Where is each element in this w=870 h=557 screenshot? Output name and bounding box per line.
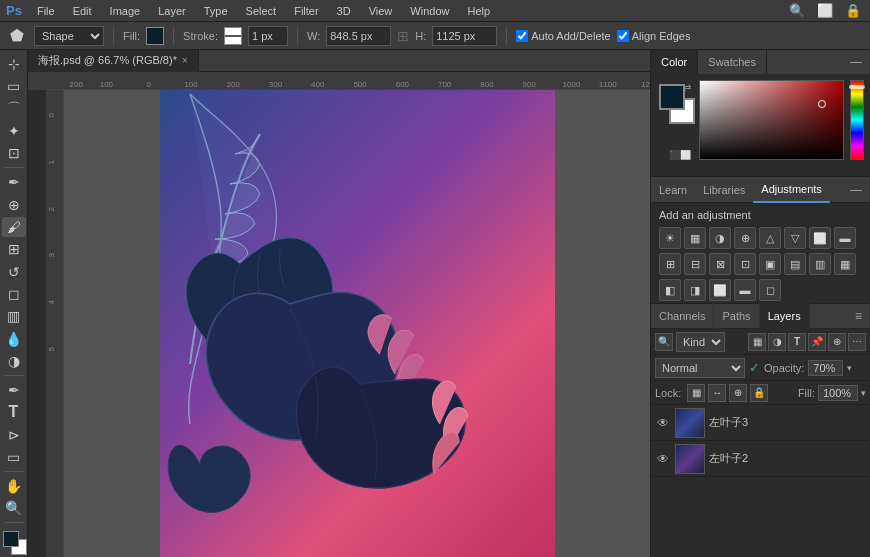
adj-selective-color[interactable]: ▦: [834, 253, 856, 275]
lock-image-btn[interactable]: ↔: [708, 384, 726, 402]
layer-item-1[interactable]: 👁 左叶子3: [651, 405, 870, 441]
foreground-color[interactable]: [3, 531, 19, 547]
blend-mode-select[interactable]: Normal: [655, 358, 745, 378]
filter-type-icon[interactable]: 🔍: [655, 333, 673, 351]
canvas-viewport[interactable]: [64, 90, 650, 557]
layer-opt-type[interactable]: T: [788, 333, 806, 351]
menu-edit[interactable]: Edit: [70, 5, 95, 17]
layer-name-2[interactable]: 左叶子2: [709, 451, 866, 466]
layer-opt-shape[interactable]: 📌: [808, 333, 826, 351]
adj-extra2[interactable]: ◨: [684, 279, 706, 301]
tab-color[interactable]: Color: [651, 50, 698, 74]
auto-add-delete-checkbox[interactable]: [516, 30, 528, 42]
tab-layers[interactable]: Layers: [760, 303, 810, 329]
layer-visibility-2[interactable]: 👁: [655, 451, 671, 467]
layers-panel-menu[interactable]: ≡: [851, 309, 866, 323]
screen-mode-button[interactable]: ⬜: [814, 0, 836, 22]
fg-bg-color-widget[interactable]: [1, 529, 27, 553]
menu-window[interactable]: Window: [407, 5, 452, 17]
menu-filter[interactable]: Filter: [291, 5, 321, 17]
layer-name-1[interactable]: 左叶子3: [709, 415, 866, 430]
tab-channels[interactable]: Channels: [651, 303, 714, 329]
fg-swatch[interactable]: [659, 84, 685, 110]
adj-exposure[interactable]: ⊕: [734, 227, 756, 249]
pen-tool[interactable]: ✒: [2, 380, 26, 400]
type-tool[interactable]: T: [2, 402, 26, 422]
gradient-tool[interactable]: ▥: [2, 306, 26, 326]
layer-opt-pixel[interactable]: ▦: [748, 333, 766, 351]
height-input[interactable]: 1125 px: [432, 26, 497, 46]
brush-tool[interactable]: 🖌: [2, 217, 26, 237]
adj-posterize[interactable]: ▣: [759, 253, 781, 275]
adj-extra4[interactable]: ▬: [734, 279, 756, 301]
selection-tool[interactable]: ▭: [2, 76, 26, 96]
color-picker-cursor[interactable]: [818, 100, 826, 108]
adj-channel-mixer[interactable]: ⊟: [684, 253, 706, 275]
default-colors-icon[interactable]: ⬛⬜: [669, 150, 691, 160]
ps-logo[interactable]: Ps: [6, 3, 22, 18]
lock-position-btn[interactable]: ⊕: [729, 384, 747, 402]
color-panel-collapse[interactable]: —: [846, 55, 866, 69]
tab-swatches[interactable]: Swatches: [698, 50, 767, 74]
menu-layer[interactable]: Layer: [155, 5, 189, 17]
eyedropper-tool[interactable]: ✒: [2, 172, 26, 192]
canvas-tab[interactable]: 海报.psd @ 66.7% (RGB/8)* ×: [28, 50, 199, 72]
menu-3d[interactable]: 3D: [334, 5, 354, 17]
adj-extra1[interactable]: ◧: [659, 279, 681, 301]
adj-panel-collapse[interactable]: —: [846, 183, 866, 197]
zoom-tool[interactable]: 🔍: [2, 498, 26, 518]
layer-opt-more[interactable]: ⋯: [848, 333, 866, 351]
layer-opt-smart[interactable]: ⊕: [828, 333, 846, 351]
menu-help[interactable]: Help: [464, 5, 493, 17]
color-picker-area[interactable]: [699, 80, 844, 170]
crop-tool[interactable]: ⊡: [2, 143, 26, 163]
adj-photo-filter[interactable]: ⊞: [659, 253, 681, 275]
menu-view[interactable]: View: [366, 5, 396, 17]
healing-tool[interactable]: ⊕: [2, 195, 26, 215]
adj-hue-sat[interactable]: ▽: [784, 227, 806, 249]
fill-value[interactable]: 100%: [818, 385, 858, 401]
blur-tool[interactable]: 💧: [2, 328, 26, 348]
stroke-width-input[interactable]: 1 px: [248, 26, 288, 46]
layer-opt-adjust[interactable]: ◑: [768, 333, 786, 351]
lasso-tool[interactable]: ⌒: [2, 99, 26, 119]
quick-select-tool[interactable]: ✦: [2, 121, 26, 141]
align-edges-checkbox[interactable]: [617, 30, 629, 42]
tool-options-icon[interactable]: ⬟: [6, 25, 28, 47]
fg-bg-swatch[interactable]: ⬛⬜ ⇄: [657, 80, 693, 170]
shape-tool[interactable]: ▭: [2, 447, 26, 467]
stroke-color-box[interactable]: [224, 27, 242, 45]
close-tab-icon[interactable]: ×: [182, 55, 188, 66]
layer-kind-select[interactable]: Kind: [676, 332, 725, 352]
stamp-tool[interactable]: ⊞: [2, 239, 26, 259]
dodge-tool[interactable]: ◑: [2, 351, 26, 371]
adj-extra5[interactable]: ◻: [759, 279, 781, 301]
eraser-tool[interactable]: ◻: [2, 284, 26, 304]
adj-vibrance[interactable]: △: [759, 227, 781, 249]
path-select-tool[interactable]: ⊳: [2, 424, 26, 444]
lock-all-btn[interactable]: 🔒: [750, 384, 768, 402]
opacity-arrow[interactable]: ▾: [847, 363, 852, 373]
menu-type[interactable]: Type: [201, 5, 231, 17]
tab-libraries[interactable]: Libraries: [695, 177, 753, 203]
layer-item-2[interactable]: 👁 左叶子2: [651, 441, 870, 477]
search-button[interactable]: 🔍: [786, 0, 808, 22]
menu-select[interactable]: Select: [243, 5, 280, 17]
tab-adjustments[interactable]: Adjustments: [753, 177, 830, 203]
hand-tool[interactable]: ✋: [2, 476, 26, 496]
lock-transparent-btn[interactable]: ▦: [687, 384, 705, 402]
adj-color-lookup[interactable]: ⊠: [709, 253, 731, 275]
menu-file[interactable]: File: [34, 5, 58, 17]
adj-extra3[interactable]: ⬜: [709, 279, 731, 301]
layer-visibility-1[interactable]: 👁: [655, 415, 671, 431]
tab-paths[interactable]: Paths: [714, 303, 759, 329]
menu-image[interactable]: Image: [107, 5, 144, 17]
tool-type-select[interactable]: Shape: [34, 26, 104, 46]
adj-gradient-map[interactable]: ▥: [809, 253, 831, 275]
adj-black-white[interactable]: ▬: [834, 227, 856, 249]
adj-curves[interactable]: ◑: [709, 227, 731, 249]
hue-bar[interactable]: [850, 80, 864, 160]
tab-learn[interactable]: Learn: [651, 177, 695, 203]
adj-threshold[interactable]: ▤: [784, 253, 806, 275]
opacity-value[interactable]: 70%: [808, 360, 843, 376]
